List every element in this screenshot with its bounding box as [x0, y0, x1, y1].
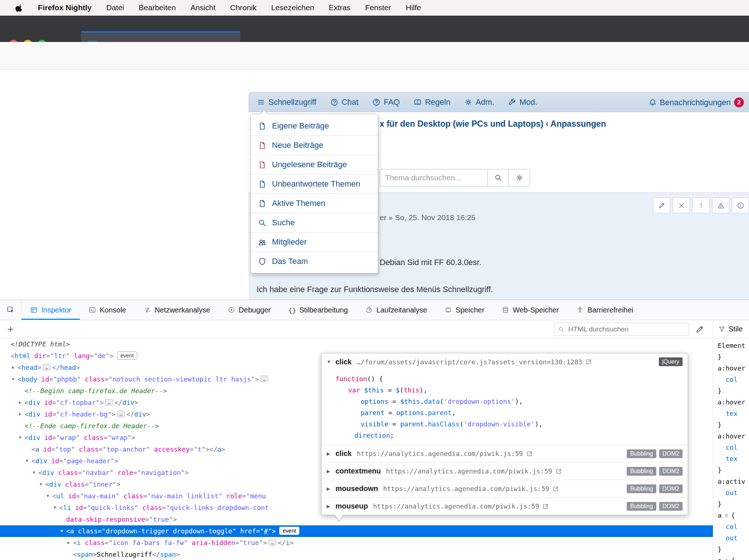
post-action-info-button[interactable]: [732, 197, 749, 213]
inline-ellipsis-chip[interactable]: …: [43, 364, 51, 371]
jump-icon[interactable]: [555, 468, 562, 475]
css-property[interactable]: tex: [718, 453, 747, 464]
menubar-item-hilfe[interactable]: Hilfe: [406, 3, 421, 12]
dropdown-item[interactable]: Das Team: [251, 252, 378, 271]
event-listener-row[interactable]: ▶contextmenuhttps://analytics.agenedia.c…: [322, 462, 688, 480]
post-action-close-button[interactable]: [673, 197, 690, 213]
markup-line[interactable]: <!DOCTYPE html>: [0, 338, 713, 350]
menubar-item-bearbeiten[interactable]: Bearbeiten: [139, 3, 176, 12]
jump-to-source-icon[interactable]: [585, 358, 592, 365]
css-selector[interactable]: Element {: [718, 340, 747, 351]
post-action-exclaim-button[interactable]: [692, 197, 710, 213]
menubar-item-chronik[interactable]: Chronik: [230, 3, 257, 12]
event-badge[interactable]: event: [279, 527, 299, 535]
menubar-item-ansicht[interactable]: Ansicht: [191, 3, 216, 12]
twisty-closed-icon[interactable]: ▶: [17, 397, 23, 409]
breadcrumb[interactable]: x für den Desktop (wie PCs und Laptops) …: [380, 119, 606, 129]
forum-nav-faq[interactable]: FAQ: [372, 97, 400, 107]
add-node-button[interactable]: [4, 323, 17, 335]
twisty-open-icon[interactable]: ▼: [10, 373, 16, 385]
css-selector[interactable]: }: [718, 464, 747, 476]
css-selector[interactable]: }: [718, 351, 747, 363]
twisty-open-icon[interactable]: ▼: [38, 479, 44, 490]
markup-line[interactable]: ▼<a class="dropdown-trigger dropdown-tog…: [0, 525, 713, 537]
devtools-tab-laufzeitanalyse[interactable]: Laufzeitanalyse: [357, 300, 436, 320]
twisty-closed-icon[interactable]: ▶: [327, 469, 333, 474]
dropdown-item[interactable]: Eigene Beiträge: [251, 116, 378, 135]
event-listener-row[interactable]: ▶clickhttps://analytics.agenedia.com/piw…: [322, 445, 688, 462]
jump-icon[interactable]: [552, 485, 560, 492]
dropdown-item[interactable]: Suche: [251, 213, 378, 232]
twisty-open-icon[interactable]: ▼: [45, 490, 51, 502]
node-picker-button[interactable]: [0, 300, 22, 320]
markup-line[interactable]: ▶<i class="icon fa-bars fa-fw" aria-hidd…: [0, 537, 713, 549]
devtools-tab-webspeicher[interactable]: Web-Speicher: [493, 300, 568, 320]
css-property[interactable]: col: [718, 374, 747, 385]
dropdown-item[interactable]: Unbeantwortete Themen: [251, 174, 378, 193]
topic-search-button[interactable]: [488, 169, 509, 187]
css-property[interactable]: tex: [718, 408, 747, 419]
css-property[interactable]: col: [718, 521, 747, 532]
dropdown-item[interactable]: Aktive Themen: [251, 193, 378, 213]
event-listener-header[interactable]: ▼ click …/forum/assets/javascript/core.j…: [322, 353, 688, 370]
apple-icon[interactable]: [15, 3, 23, 12]
twisty-open-icon[interactable]: ▼: [17, 432, 23, 444]
css-property[interactable]: out: [718, 532, 747, 544]
post-action-warning-button[interactable]: [712, 197, 729, 213]
devtools-tab-debugger[interactable]: Debugger: [219, 300, 280, 320]
css-property[interactable]: out: [718, 487, 747, 498]
twisty-closed-icon[interactable]: ▶: [65, 537, 72, 549]
css-selector[interactable]: }: [718, 419, 747, 430]
twisty-closed-icon[interactable]: ▶: [17, 409, 23, 420]
markup-line[interactable]: data-skip-responsive="true">: [0, 514, 713, 525]
devtools-tab-netzwerkanalyse[interactable]: Netzwerkanalyse: [135, 300, 219, 320]
inline-ellipsis-chip[interactable]: …: [117, 411, 125, 417]
jump-icon[interactable]: [526, 450, 533, 457]
event-listener-row[interactable]: ▶mouseuphttps://analytics.agenedia.com/p…: [322, 497, 688, 515]
html-search-box[interactable]: [554, 323, 689, 336]
jump-icon[interactable]: [542, 503, 549, 510]
forum-nav-adm[interactable]: Adm.: [464, 97, 494, 107]
dropdown-item[interactable]: Ungelesene Beiträge: [251, 155, 378, 174]
devtools-tab-stilbearbeitung[interactable]: {}Stilbearbeitung: [280, 300, 357, 320]
event-listener-row[interactable]: ▶mousedownhttps://analytics.agenedia.com…: [322, 480, 688, 497]
forum-nav-chat[interactable]: Chat: [330, 97, 358, 107]
html-search-input[interactable]: [568, 325, 689, 334]
twisty-open-icon[interactable]: ▼: [31, 467, 37, 479]
inline-ellipsis-chip[interactable]: …: [260, 376, 268, 382]
css-property[interactable]: col: [718, 442, 747, 453]
css-selector[interactable]: }: [718, 544, 747, 555]
devtools-tab-barrierefreihei[interactable]: Barrierefreihei: [568, 300, 642, 320]
twisty-open-icon[interactable]: ▼: [24, 455, 30, 467]
dropdown-item[interactable]: Neue Beiträge: [251, 135, 378, 155]
post-action-pencil-button[interactable]: [653, 197, 670, 213]
inline-ellipsis-chip[interactable]: …: [105, 399, 113, 406]
menubar-item-fenster[interactable]: Fenster: [365, 3, 391, 12]
devtools-tab-inspektor[interactable]: Inspektor: [22, 300, 80, 320]
forum-nav-schnellzugriff[interactable]: Schnellzugriff: [257, 97, 316, 107]
inline-ellipsis-chip[interactable]: …: [268, 539, 276, 546]
filter-funnel-icon[interactable]: [718, 326, 725, 333]
twisty-closed-icon[interactable]: ▶: [10, 362, 16, 373]
menubar-item-datei[interactable]: Datei: [106, 3, 124, 12]
notifications-link[interactable]: Benachrichtigungen 2: [649, 92, 744, 112]
topic-search-input[interactable]: [380, 169, 488, 187]
css-selector[interactable]: }: [718, 498, 747, 510]
css-selector[interactable]: a:hover {: [718, 363, 747, 374]
topic-search-options-button[interactable]: [509, 169, 530, 187]
css-selector[interactable]: a{: [718, 555, 747, 560]
twisty-open-icon[interactable]: ▼: [58, 525, 65, 537]
menubar-item-extras[interactable]: Extras: [329, 3, 351, 12]
markup-line[interactable]: <span>Schnellzugriff</span>: [0, 549, 713, 560]
twisty-closed-icon[interactable]: ▶: [327, 486, 333, 491]
twisty-closed-icon[interactable]: ▶: [327, 451, 333, 456]
css-selector[interactable]: a{: [718, 510, 747, 521]
twisty-open-icon[interactable]: ▼: [51, 502, 58, 514]
forum-nav-mod[interactable]: Mod.: [508, 97, 537, 107]
css-selector[interactable]: }: [718, 385, 747, 396]
devtools-tab-konsole[interactable]: Konsole: [80, 300, 135, 320]
event-badge[interactable]: event: [117, 352, 137, 360]
edit-html-icon[interactable]: [695, 325, 704, 334]
twisty-closed-icon[interactable]: ▶: [327, 504, 333, 509]
css-selector[interactable]: a:hover {: [718, 396, 747, 408]
